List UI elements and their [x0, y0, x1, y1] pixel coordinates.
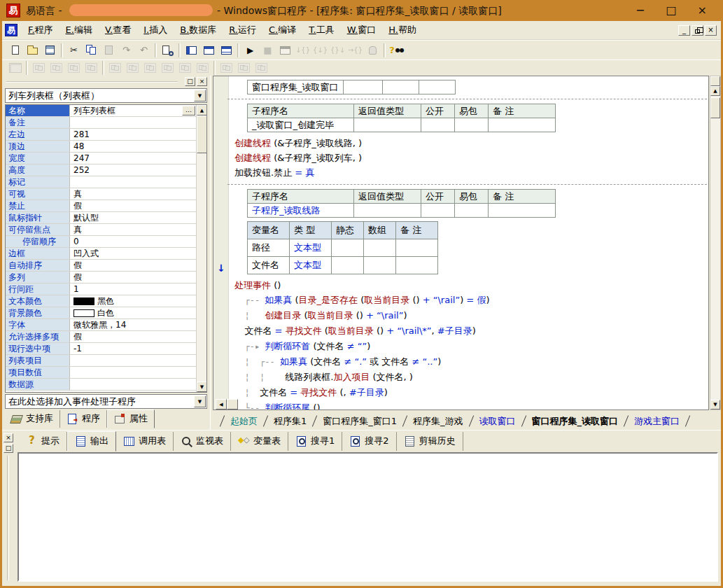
property-value[interactable]: 281: [70, 129, 196, 140]
scrollbar-thumb[interactable]: [197, 115, 207, 153]
tab-搜寻2[interactable]: 搜寻2: [342, 432, 396, 451]
table-cell[interactable]: 文本型: [290, 257, 332, 274]
code-line[interactable]: 加载按钮.禁止 = 真: [234, 165, 707, 180]
find-icon[interactable]: [159, 43, 176, 58]
property-value[interactable]: 假: [70, 331, 196, 342]
menu-item-f[interactable]: F.程序: [22, 22, 59, 38]
property-row[interactable]: 行间距1: [6, 284, 196, 295]
property-value[interactable]: [70, 379, 196, 390]
doc-tab-1[interactable]: 起始页: [225, 414, 263, 429]
panel-maximize-button[interactable]: □: [3, 444, 13, 453]
property-row[interactable]: 高度252: [6, 164, 196, 176]
table-cell[interactable]: 窗口程序集_读取窗口: [248, 80, 344, 94]
code-line[interactable]: ¦ ¦ 线路列表框.加入项目 (文件名, ): [234, 370, 707, 385]
table-cell[interactable]: [332, 239, 364, 257]
menu-item-i[interactable]: I.插入: [137, 22, 174, 38]
panel-close-button[interactable]: ×: [3, 433, 13, 442]
panel-close-button[interactable]: ×: [197, 77, 207, 86]
code-line[interactable]: ┌-- 如果真 (目录_是否存在 (取当前目录 () + “\rail”) = …: [234, 293, 707, 308]
table-cell[interactable]: 路径: [248, 239, 290, 257]
horizontal-scrollbar[interactable]: ◀: [216, 399, 238, 410]
table-cell[interactable]: [455, 204, 489, 218]
save-icon[interactable]: [41, 43, 59, 58]
menu-item-t[interactable]: T.工具: [302, 22, 341, 38]
tab-监视表[interactable]: 监视表: [174, 432, 231, 451]
table-cell[interactable]: [332, 257, 364, 274]
property-row[interactable]: 可停留焦点真: [6, 224, 196, 236]
menu-item-c[interactable]: C.编译: [262, 22, 302, 38]
mdi-close-button[interactable]: ×: [705, 25, 717, 36]
property-row[interactable]: 背景颜色白色: [6, 307, 196, 319]
tab-调用表[interactable]: 调用表: [116, 432, 174, 451]
menu-item-h[interactable]: H.帮助: [382, 22, 423, 38]
splitter-handle[interactable]: [710, 76, 720, 86]
property-row[interactable]: 自动排序假: [6, 260, 196, 272]
table-cell[interactable]: _读取窗口_创建完毕: [248, 118, 354, 132]
doc-tab-4[interactable]: 程序集_游戏: [407, 414, 469, 429]
table-cell[interactable]: [396, 257, 438, 274]
property-value[interactable]: 微软雅黑，14: [70, 319, 196, 330]
property-value[interactable]: [70, 176, 196, 188]
table-cell[interactable]: 文本型: [290, 239, 332, 257]
property-row[interactable]: 标记: [6, 176, 196, 188]
doc-tab-6[interactable]: 窗口程序集_读取窗口: [526, 414, 624, 429]
layout-grid-icon[interactable]: [218, 43, 235, 58]
mdi-restore-button[interactable]: [692, 25, 703, 36]
tab-变量表[interactable]: 变量表: [231, 432, 288, 451]
tab-剪辑历史[interactable]: 剪辑历史: [397, 432, 463, 451]
chevron-down-icon[interactable]: ▼: [194, 396, 206, 407]
ellipsis-button[interactable]: …: [182, 106, 195, 115]
code-line[interactable]: ¦ ┌-- 如果真 (文件名 ≠ “.” 或 文件名 ≠ “..”): [234, 354, 707, 370]
code-line[interactable]: └-- 判断循环尾 (): [234, 400, 707, 410]
property-value[interactable]: [70, 117, 196, 128]
open-icon[interactable]: [24, 43, 41, 58]
property-row[interactable]: 停留顺序0: [6, 236, 196, 248]
property-value[interactable]: 真: [70, 224, 196, 235]
table-cell[interactable]: [419, 80, 455, 94]
scroll-left-icon[interactable]: ◀: [216, 399, 227, 410]
table-cell[interactable]: [364, 257, 396, 274]
menu-item-w[interactable]: W.窗口: [341, 22, 383, 38]
close-button[interactable]: ×: [698, 5, 707, 16]
property-row[interactable]: 左边281: [6, 129, 196, 141]
table-cell[interactable]: 子程序_读取线路: [248, 204, 354, 218]
table-cell[interactable]: [421, 204, 455, 218]
menu-item-v[interactable]: V.查看: [99, 22, 137, 38]
property-row[interactable]: 鼠标指针默认型: [6, 212, 196, 224]
table-cell[interactable]: 文件名: [248, 257, 290, 274]
chevron-down-icon[interactable]: ▼: [194, 90, 206, 102]
table-cell[interactable]: [489, 204, 556, 218]
scroll-down-icon[interactable]: ▼: [710, 400, 720, 410]
vertical-scrollbar[interactable]: ▲ ▼: [710, 76, 721, 410]
layout-left-icon[interactable]: [183, 43, 200, 58]
tab-程序[interactable]: 程序: [60, 410, 107, 428]
object-selector[interactable]: 列车列表框（列表框） ▼: [5, 88, 207, 103]
tab-输出[interactable]: 输出: [67, 431, 116, 451]
property-row[interactable]: 项目数值: [6, 367, 196, 379]
table-cell[interactable]: [343, 80, 382, 94]
property-value[interactable]: 真: [70, 188, 196, 200]
doc-tab-2[interactable]: 程序集1: [268, 414, 312, 429]
menu-item-e[interactable]: E.编辑: [59, 22, 99, 38]
property-value[interactable]: 白色: [70, 307, 196, 318]
search-in-files-icon[interactable]: ?●●: [388, 43, 405, 58]
scroll-down-icon[interactable]: ▼: [197, 382, 207, 392]
code-line[interactable]: ¦ 文件名 = 寻找文件 (, #子目录): [234, 385, 707, 400]
code-line[interactable]: 处理事件 (): [234, 278, 707, 293]
table-cell[interactable]: [396, 239, 438, 257]
cut-icon[interactable]: ✂: [65, 43, 83, 58]
maximize-button[interactable]: □: [666, 5, 676, 16]
table-cell[interactable]: [382, 80, 419, 94]
menu-item-r[interactable]: R.运行: [223, 22, 262, 38]
property-row[interactable]: 禁止假: [6, 200, 196, 212]
doc-tab-5[interactable]: 读取窗口: [474, 414, 521, 429]
code-line[interactable]: 创建线程 (&子程序_读取列车, ): [234, 150, 707, 165]
table-cell[interactable]: [455, 118, 489, 132]
property-value[interactable]: 48: [70, 141, 196, 152]
property-row[interactable]: 边框凹入式: [6, 248, 196, 260]
table-cell[interactable]: [364, 239, 396, 257]
code-line[interactable]: 创建线程 (&子程序_读取线路, ): [234, 136, 707, 150]
property-row[interactable]: 备注: [6, 117, 196, 129]
property-value[interactable]: 假: [70, 272, 196, 283]
property-row[interactable]: 多列假: [6, 272, 196, 284]
